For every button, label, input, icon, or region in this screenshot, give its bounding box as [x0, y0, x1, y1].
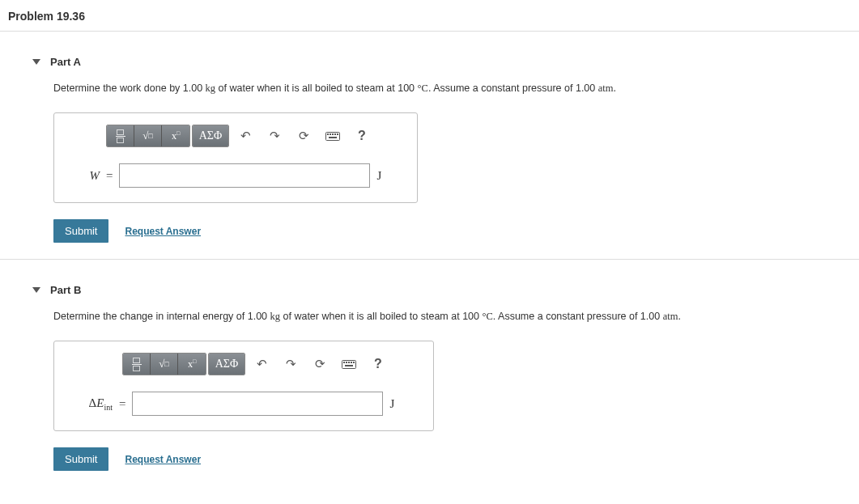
reset-button[interactable]: ⟳ [291, 125, 316, 146]
root-button[interactable]: √ [151, 354, 178, 375]
svg-rect-8 [343, 362, 345, 363]
redo-button[interactable]: ↷ [279, 354, 303, 375]
help-button[interactable]: ? [350, 125, 374, 146]
superscript-button[interactable] [162, 125, 189, 146]
keyboard-button[interactable] [321, 125, 345, 146]
part-b-prompt: Determine the change in internal energy … [53, 311, 859, 323]
submit-button[interactable]: Submit [53, 447, 108, 471]
variable-label: ΔΔEEint [67, 396, 113, 412]
svg-rect-11 [351, 362, 352, 363]
undo-button[interactable]: ↶ [249, 354, 274, 375]
part-b: Part B Determine the change in internal … [0, 260, 859, 487]
superscript-button[interactable] [178, 354, 206, 375]
part-a-prompt: Determine the work done by 1.00 kg of wa… [53, 83, 859, 95]
greek-button[interactable]: ΑΣΦ [209, 354, 245, 375]
fraction-button[interactable] [107, 125, 134, 146]
reset-button[interactable]: ⟳ [308, 354, 332, 375]
equals-sign: = [106, 169, 113, 183]
svg-rect-12 [353, 362, 355, 363]
undo-button[interactable]: ↶ [233, 125, 257, 146]
request-answer-link[interactable]: Request Answer [125, 226, 201, 237]
chevron-down-icon[interactable] [32, 59, 40, 65]
svg-rect-3 [332, 133, 334, 135]
keyboard-button[interactable] [337, 354, 361, 375]
svg-rect-1 [327, 133, 329, 135]
submit-button[interactable]: Submit [53, 219, 108, 243]
part-b-label: Part B [50, 284, 81, 296]
svg-rect-4 [334, 133, 336, 135]
greek-button[interactable]: ΑΣΦ [193, 125, 228, 146]
variable-label: W [67, 169, 100, 183]
part-a-label: Part A [50, 56, 81, 68]
answer-input-b[interactable] [132, 392, 383, 416]
root-button[interactable]: √ [134, 125, 162, 146]
equation-toolbar: √ ΑΣΦ ↶ ↷ ⟳ ? [106, 125, 404, 147]
problem-title: Problem 19.36 [0, 0, 859, 31]
request-answer-link[interactable]: Request Answer [125, 454, 201, 465]
svg-rect-5 [337, 133, 338, 135]
help-button[interactable]: ? [366, 354, 390, 375]
part-a: Part A Determine the work done by 1.00 k… [0, 32, 859, 259]
svg-rect-2 [330, 133, 331, 135]
svg-rect-10 [348, 362, 350, 363]
answer-input-a[interactable] [119, 163, 370, 188]
redo-button[interactable]: ↷ [262, 125, 287, 146]
unit-label: J [389, 397, 394, 411]
equals-sign: = [119, 397, 125, 411]
unit-label: J [376, 169, 381, 183]
equation-toolbar: √ ΑΣΦ ↶ ↷ ⟳ ? [122, 353, 420, 375]
svg-rect-9 [346, 362, 347, 363]
chevron-down-icon[interactable] [32, 287, 40, 293]
svg-rect-6 [329, 137, 337, 138]
answer-box-a: √ ΑΣΦ ↶ ↷ ⟳ ? W = [53, 112, 418, 203]
svg-rect-13 [345, 365, 353, 366]
fraction-button[interactable] [123, 354, 151, 375]
answer-box-b: √ ΑΣΦ ↶ ↷ ⟳ ? ΔΔEEint [53, 341, 434, 431]
